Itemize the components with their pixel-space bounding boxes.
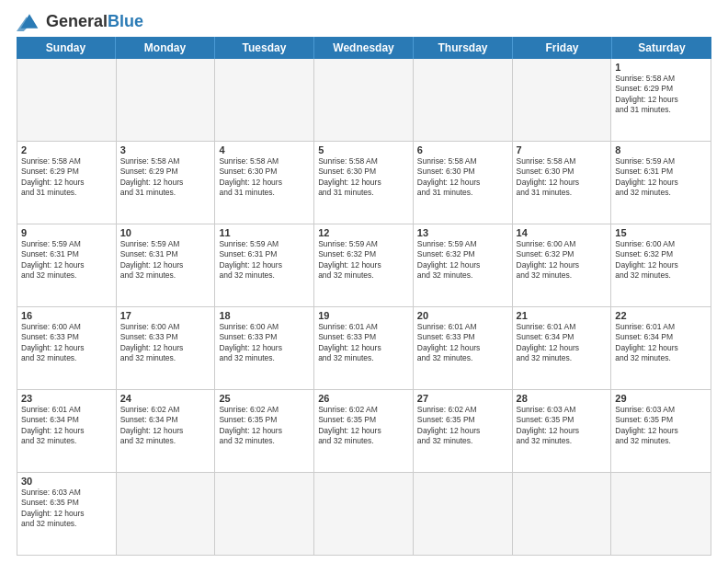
cell-info: Sunrise: 5:58 AM Sunset: 6:30 PM Dayligh… bbox=[517, 156, 608, 199]
day-of-week-friday: Friday bbox=[513, 37, 612, 59]
cell-info: Sunrise: 6:03 AM Sunset: 6:35 PM Dayligh… bbox=[615, 405, 707, 447]
day-number: 28 bbox=[517, 393, 608, 404]
calendar-cell bbox=[17, 59, 117, 141]
cell-info: Sunrise: 5:58 AM Sunset: 6:30 PM Dayligh… bbox=[417, 156, 508, 199]
calendar-cell: 16Sunrise: 6:00 AM Sunset: 6:33 PM Dayli… bbox=[17, 307, 117, 389]
day-number: 20 bbox=[417, 310, 508, 321]
cell-info: Sunrise: 6:01 AM Sunset: 6:34 PM Dayligh… bbox=[615, 322, 707, 364]
calendar-cell: 19Sunrise: 6:01 AM Sunset: 6:33 PM Dayli… bbox=[314, 307, 414, 389]
calendar-cell: 28Sunrise: 6:03 AM Sunset: 6:35 PM Dayli… bbox=[513, 390, 612, 472]
cell-info: Sunrise: 5:59 AM Sunset: 6:31 PM Dayligh… bbox=[615, 156, 707, 199]
calendar-cell bbox=[314, 473, 414, 555]
calendar-cell: 25Sunrise: 6:02 AM Sunset: 6:35 PM Dayli… bbox=[215, 390, 314, 472]
day-number: 16 bbox=[21, 310, 112, 321]
cell-info: Sunrise: 5:58 AM Sunset: 6:29 PM Dayligh… bbox=[120, 156, 211, 199]
calendar-cell: 18Sunrise: 6:00 AM Sunset: 6:33 PM Dayli… bbox=[215, 307, 314, 389]
cell-info: Sunrise: 5:59 AM Sunset: 6:31 PM Dayligh… bbox=[120, 239, 211, 282]
calendar-cell: 24Sunrise: 6:02 AM Sunset: 6:34 PM Dayli… bbox=[117, 390, 216, 472]
calendar-cell: 10Sunrise: 5:59 AM Sunset: 6:31 PM Dayli… bbox=[117, 224, 216, 306]
day-number: 4 bbox=[219, 144, 310, 155]
calendar-cell: 9Sunrise: 5:59 AM Sunset: 6:31 PM Daylig… bbox=[17, 224, 117, 306]
calendar-cell: 2Sunrise: 5:58 AM Sunset: 6:29 PM Daylig… bbox=[17, 142, 117, 224]
day-number: 29 bbox=[615, 393, 707, 404]
cell-info: Sunrise: 5:58 AM Sunset: 6:29 PM Dayligh… bbox=[615, 74, 707, 116]
calendar-cell bbox=[611, 473, 711, 555]
day-number: 21 bbox=[517, 310, 608, 321]
calendar-row-0: 1Sunrise: 5:58 AM Sunset: 6:29 PM Daylig… bbox=[17, 59, 711, 142]
cell-info: Sunrise: 6:01 AM Sunset: 6:33 PM Dayligh… bbox=[318, 322, 409, 364]
day-number: 5 bbox=[318, 144, 409, 155]
day-number: 6 bbox=[417, 144, 508, 155]
calendar: SundayMondayTuesdayWednesdayThursdayFrid… bbox=[0, 37, 728, 563]
cell-info: Sunrise: 6:02 AM Sunset: 6:35 PM Dayligh… bbox=[417, 405, 508, 447]
day-of-week-wednesday: Wednesday bbox=[314, 37, 414, 59]
cell-info: Sunrise: 6:00 AM Sunset: 6:33 PM Dayligh… bbox=[120, 322, 211, 364]
cell-info: Sunrise: 5:59 AM Sunset: 6:32 PM Dayligh… bbox=[318, 239, 409, 282]
day-number: 22 bbox=[615, 310, 707, 321]
day-number: 11 bbox=[219, 227, 310, 238]
calendar-cell bbox=[314, 59, 414, 141]
calendar-cell bbox=[117, 59, 216, 141]
calendar-cell: 14Sunrise: 6:00 AM Sunset: 6:32 PM Dayli… bbox=[513, 224, 612, 306]
logo-text: GeneralBlue bbox=[46, 12, 143, 31]
logo: GeneralBlue bbox=[17, 11, 143, 31]
day-of-week-thursday: Thursday bbox=[414, 37, 513, 59]
day-number: 18 bbox=[219, 310, 310, 321]
cell-info: Sunrise: 6:00 AM Sunset: 6:33 PM Dayligh… bbox=[219, 322, 310, 364]
calendar-row-4: 23Sunrise: 6:01 AM Sunset: 6:34 PM Dayli… bbox=[17, 390, 711, 473]
cell-info: Sunrise: 6:02 AM Sunset: 6:34 PM Dayligh… bbox=[120, 405, 211, 447]
calendar-cell: 27Sunrise: 6:02 AM Sunset: 6:35 PM Dayli… bbox=[414, 390, 513, 472]
day-number: 9 bbox=[21, 227, 112, 238]
page-header: GeneralBlue bbox=[0, 0, 728, 37]
calendar-cell bbox=[414, 59, 513, 141]
day-number: 25 bbox=[219, 393, 310, 404]
calendar-page: GeneralBlue SundayMondayTuesdayWednesday… bbox=[0, 0, 728, 563]
cell-info: Sunrise: 5:59 AM Sunset: 6:31 PM Dayligh… bbox=[219, 239, 310, 282]
calendar-cell: 4Sunrise: 5:58 AM Sunset: 6:30 PM Daylig… bbox=[215, 142, 314, 224]
calendar-row-3: 16Sunrise: 6:00 AM Sunset: 6:33 PM Dayli… bbox=[17, 307, 711, 390]
day-number: 12 bbox=[318, 227, 409, 238]
calendar-cell bbox=[117, 473, 216, 555]
calendar-cell: 7Sunrise: 5:58 AM Sunset: 6:30 PM Daylig… bbox=[513, 142, 612, 224]
calendar-cell: 12Sunrise: 5:59 AM Sunset: 6:32 PM Dayli… bbox=[314, 224, 414, 306]
day-number: 8 bbox=[615, 144, 707, 155]
cell-info: Sunrise: 5:58 AM Sunset: 6:30 PM Dayligh… bbox=[219, 156, 310, 199]
calendar-header: SundayMondayTuesdayWednesdayThursdayFrid… bbox=[17, 37, 711, 59]
day-number: 7 bbox=[517, 144, 608, 155]
calendar-cell bbox=[513, 59, 612, 141]
day-number: 24 bbox=[120, 393, 211, 404]
cell-info: Sunrise: 6:01 AM Sunset: 6:34 PM Dayligh… bbox=[517, 322, 608, 364]
calendar-cell: 20Sunrise: 6:01 AM Sunset: 6:33 PM Dayli… bbox=[414, 307, 513, 389]
day-of-week-monday: Monday bbox=[116, 37, 215, 59]
day-of-week-sunday: Sunday bbox=[17, 37, 116, 59]
calendar-cell: 1Sunrise: 5:58 AM Sunset: 6:29 PM Daylig… bbox=[611, 59, 711, 141]
cell-info: Sunrise: 6:01 AM Sunset: 6:34 PM Dayligh… bbox=[21, 405, 112, 447]
calendar-cell: 21Sunrise: 6:01 AM Sunset: 6:34 PM Dayli… bbox=[513, 307, 612, 389]
calendar-cell: 3Sunrise: 5:58 AM Sunset: 6:29 PM Daylig… bbox=[117, 142, 216, 224]
calendar-cell: 11Sunrise: 5:59 AM Sunset: 6:31 PM Dayli… bbox=[215, 224, 314, 306]
calendar-cell bbox=[414, 473, 513, 555]
calendar-row-1: 2Sunrise: 5:58 AM Sunset: 6:29 PM Daylig… bbox=[17, 142, 711, 224]
calendar-cell: 17Sunrise: 6:00 AM Sunset: 6:33 PM Dayli… bbox=[117, 307, 216, 389]
day-number: 3 bbox=[120, 144, 211, 155]
day-number: 15 bbox=[615, 227, 707, 238]
day-number: 30 bbox=[21, 476, 112, 487]
calendar-cell: 5Sunrise: 5:58 AM Sunset: 6:30 PM Daylig… bbox=[314, 142, 414, 224]
cell-info: Sunrise: 5:59 AM Sunset: 6:32 PM Dayligh… bbox=[417, 239, 508, 282]
day-of-week-tuesday: Tuesday bbox=[215, 37, 314, 59]
day-number: 26 bbox=[318, 393, 409, 404]
cell-info: Sunrise: 6:01 AM Sunset: 6:33 PM Dayligh… bbox=[417, 322, 508, 364]
calendar-row-5: 30Sunrise: 6:03 AM Sunset: 6:35 PM Dayli… bbox=[17, 473, 711, 555]
calendar-body: 1Sunrise: 5:58 AM Sunset: 6:29 PM Daylig… bbox=[17, 59, 711, 556]
cell-info: Sunrise: 5:58 AM Sunset: 6:30 PM Dayligh… bbox=[318, 156, 409, 199]
calendar-cell: 8Sunrise: 5:59 AM Sunset: 6:31 PM Daylig… bbox=[611, 142, 711, 224]
calendar-cell: 29Sunrise: 6:03 AM Sunset: 6:35 PM Dayli… bbox=[611, 390, 711, 472]
calendar-cell: 6Sunrise: 5:58 AM Sunset: 6:30 PM Daylig… bbox=[414, 142, 513, 224]
calendar-cell bbox=[513, 473, 612, 555]
calendar-cell: 26Sunrise: 6:02 AM Sunset: 6:35 PM Dayli… bbox=[314, 390, 414, 472]
day-number: 19 bbox=[318, 310, 409, 321]
day-number: 27 bbox=[417, 393, 508, 404]
day-number: 14 bbox=[517, 227, 608, 238]
cell-info: Sunrise: 6:00 AM Sunset: 6:33 PM Dayligh… bbox=[21, 322, 112, 364]
calendar-cell: 13Sunrise: 5:59 AM Sunset: 6:32 PM Dayli… bbox=[414, 224, 513, 306]
